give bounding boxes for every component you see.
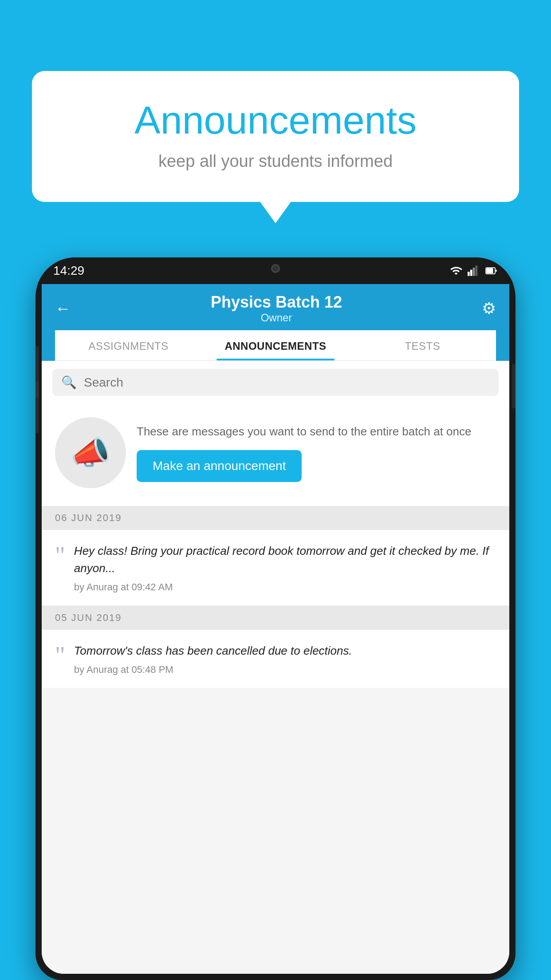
batch-role: Owner: [211, 312, 342, 324]
speech-bubble: Announcements keep all your students inf…: [32, 71, 519, 202]
back-button[interactable]: ←: [55, 299, 71, 318]
promo-description: These are messages you want to send to t…: [137, 423, 496, 439]
promo-icon-circle: 📣: [55, 417, 126, 488]
search-icon: 🔍: [61, 375, 77, 390]
speech-bubble-section: Announcements keep all your students inf…: [32, 71, 519, 202]
announcement-message-2: Tomorrow's class has been cancelled due …: [74, 642, 496, 660]
megaphone-icon: 📣: [71, 434, 110, 472]
announcement-message-1: Hey class! Bring your practical record b…: [74, 542, 496, 577]
phone-screen: ← Physics Batch 12 Owner ⚙ ASSIGNMENTS A…: [42, 284, 509, 974]
screen-content: 🔍 📣 These are messages you want to send …: [42, 361, 509, 974]
phone-frame: 14:29 ← Physics Batch 12 Owner ⚙: [35, 257, 516, 980]
front-camera: [271, 264, 280, 273]
status-icons: [450, 265, 498, 277]
app-header-top: ← Physics Batch 12 Owner ⚙: [55, 293, 496, 330]
phone-side-left: [35, 346, 39, 433]
make-announcement-button[interactable]: Make an announcement: [137, 450, 302, 482]
svg-rect-5: [486, 268, 493, 273]
announcement-text-block-1: Hey class! Bring your practical record b…: [74, 542, 496, 593]
search-input-wrapper[interactable]: 🔍: [52, 369, 499, 396]
date-divider-1: 06 JUN 2019: [42, 506, 509, 530]
search-bar-container: 🔍: [42, 361, 509, 404]
promo-card: 📣 These are messages you want to send to…: [42, 404, 509, 506]
batch-title: Physics Batch 12: [211, 293, 342, 312]
app-header: ← Physics Batch 12 Owner ⚙ ASSIGNMENTS A…: [42, 284, 509, 361]
announcement-author-1: by Anurag at 09:42 AM: [74, 581, 496, 593]
status-time: 14:29: [53, 264, 84, 278]
header-title-block: Physics Batch 12 Owner: [211, 293, 342, 324]
tab-tests[interactable]: TESTS: [349, 330, 496, 360]
promo-text-block: These are messages you want to send to t…: [137, 423, 496, 482]
announcement-text-block-2: Tomorrow's class has been cancelled due …: [74, 642, 496, 676]
volume-up-button[interactable]: [35, 346, 39, 382]
settings-icon[interactable]: ⚙: [482, 299, 496, 318]
announcement-author-2: by Anurag at 05:48 PM: [74, 664, 496, 676]
date-divider-2: 05 JUN 2019: [42, 606, 509, 630]
search-input[interactable]: [84, 375, 490, 390]
svg-rect-2: [473, 268, 475, 276]
volume-down-button[interactable]: [35, 398, 39, 433]
signal-icon: [468, 265, 480, 277]
svg-rect-1: [470, 270, 472, 276]
tab-announcements[interactable]: ANNOUNCEMENTS: [202, 330, 349, 360]
tabs-bar: ASSIGNMENTS ANNOUNCEMENTS TESTS: [55, 330, 496, 361]
phone-notch: [249, 257, 302, 280]
announcement-item-2[interactable]: " Tomorrow's class has been cancelled du…: [42, 630, 509, 688]
tab-assignments[interactable]: ASSIGNMENTS: [55, 330, 202, 360]
speech-bubble-title: Announcements: [67, 98, 484, 143]
power-button[interactable]: [512, 364, 516, 408]
svg-rect-0: [468, 272, 470, 276]
wifi-icon: [450, 265, 462, 277]
quote-icon-2: ": [55, 646, 65, 666]
battery-icon: [485, 265, 498, 277]
phone-side-right: [512, 364, 516, 408]
svg-rect-3: [476, 265, 478, 276]
speech-bubble-subtitle: keep all your students informed: [67, 152, 484, 171]
announcement-item-1[interactable]: " Hey class! Bring your practical record…: [42, 530, 509, 606]
quote-icon-1: ": [55, 546, 65, 566]
